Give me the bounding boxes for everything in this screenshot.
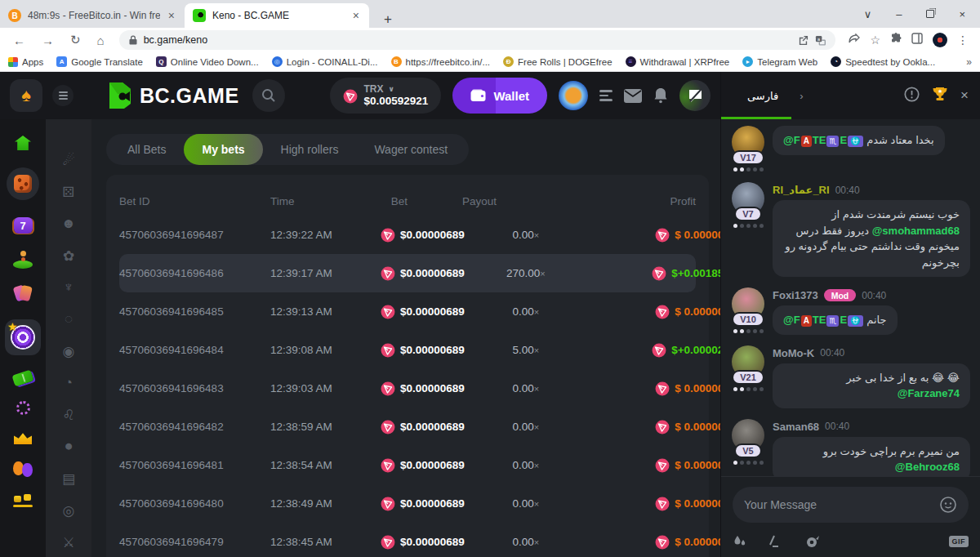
sidebar-item-dotted-ring[interactable] — [16, 401, 30, 415]
cards-icon[interactable]: ▤ — [62, 470, 75, 486]
coin-drop-icon[interactable] — [804, 535, 820, 549]
username[interactable]: MoMo-K — [773, 347, 814, 359]
profile-avatar[interactable] — [933, 33, 947, 47]
mention[interactable]: @Behrooz68 — [895, 461, 960, 473]
notifications-bell-icon[interactable] — [653, 87, 668, 104]
chat-close-icon[interactable]: × — [960, 87, 969, 104]
profile-menu-icon[interactable] — [599, 90, 612, 101]
fruit-icon[interactable]: ✿ — [63, 247, 74, 263]
back-icon[interactable]: ← — [7, 33, 32, 47]
bookmark-item[interactable]: Apps — [8, 57, 43, 67]
more-menu-icon[interactable]: ⋮ — [957, 33, 969, 47]
chat-language-tab[interactable]: فارسی — [747, 90, 778, 102]
rain-icon[interactable] — [733, 534, 747, 549]
sidebar-item-player[interactable] — [13, 251, 33, 269]
menu-burger-icon[interactable] — [52, 85, 74, 106]
tab-close-icon[interactable]: × — [351, 9, 361, 22]
window-close-icon[interactable]: × — [959, 8, 965, 20]
table-row[interactable]: 45706036941696479 12:38:45 AM $0.0000068… — [119, 523, 696, 557]
side-panel-icon[interactable] — [911, 33, 923, 47]
sword-icon[interactable]: ⚔ — [62, 534, 74, 550]
trophy-icon[interactable] — [932, 87, 948, 105]
slash-command-icon[interactable] — [768, 535, 783, 548]
username[interactable]: RI_عماد_RI — [773, 184, 830, 196]
egg-icon[interactable]: ◉ — [63, 343, 75, 359]
browser-tab-freebitco[interactable]: B 48m:9s - FreeBitco.in - Win free b × — [0, 3, 185, 28]
wallet-button[interactable]: Wallet — [452, 78, 547, 114]
sidebar-item-slots[interactable]: 7 — [14, 217, 33, 234]
mention[interactable]: @FATE♏E⛎ — [783, 314, 864, 326]
username[interactable]: Foxi1373 — [773, 289, 818, 301]
bets-tab-high-rollers[interactable]: High rollers — [263, 134, 357, 165]
new-tab-button[interactable]: + — [379, 11, 397, 28]
sidebar-item-home[interactable] — [15, 136, 31, 150]
watch-icon[interactable]: ◎ — [63, 502, 75, 518]
url-text[interactable]: bc.game/keno — [144, 34, 792, 46]
bomb-icon[interactable]: ⚫ — [63, 439, 74, 454]
tab-close-icon[interactable]: × — [167, 9, 176, 22]
bookmark-item[interactable]: ◔ Speedtest by Ookla... — [831, 56, 935, 67]
table-row[interactable]: 45706036941696482 12:38:59 AM $0.0000068… — [119, 408, 696, 446]
forward-icon[interactable]: → — [35, 33, 60, 47]
messages-envelope-icon[interactable] — [624, 89, 642, 103]
comet-icon[interactable]: ☄ — [62, 152, 74, 167]
window-chevron-icon[interactable]: ∨ — [864, 8, 872, 20]
currency-selector[interactable]: TRX∨ $0.00592921 — [330, 78, 442, 114]
username[interactable]: Saman68 — [773, 421, 819, 433]
bookmark-item[interactable]: ▸ Telegram Web — [742, 56, 817, 67]
bookmark-item[interactable]: ≡ Withdrawal | XRPfree — [626, 56, 730, 67]
bcgame-logo[interactable]: BC.GAME — [105, 81, 239, 110]
dice-icon[interactable]: ⚄ — [63, 184, 75, 199]
emoji-icon[interactable] — [939, 496, 957, 514]
chat-input-wrap[interactable] — [733, 487, 969, 523]
open-in-new-icon[interactable] — [798, 35, 808, 46]
sidebar-item-keno-target[interactable]: ★ — [5, 319, 41, 355]
reload-icon[interactable]: ↻ — [64, 33, 87, 47]
bookmark-item[interactable]: ◎ Login - COINALL-Di... — [272, 56, 378, 67]
sidebar-item-crown[interactable] — [14, 432, 32, 444]
extensions-icon[interactable] — [890, 33, 902, 47]
joystick-icon[interactable]: ♆ — [64, 279, 74, 295]
lion-icon[interactable]: ♌ — [62, 407, 74, 422]
table-row[interactable]: 45706036941696480 12:38:49 AM $0.0000068… — [119, 484, 696, 523]
address-bar[interactable]: bc.game/keno a — [119, 30, 836, 50]
search-button[interactable] — [252, 79, 285, 112]
browser-tab-keno[interactable]: Keno - BC.GAME × — [185, 3, 369, 28]
window-restore-icon[interactable] — [926, 10, 934, 18]
bookmark-star-icon[interactable]: ☆ — [870, 33, 880, 47]
table-row[interactable]: 45706036941696484 12:39:08 AM $0.0000068… — [119, 331, 696, 369]
chat-rules-icon[interactable] — [904, 87, 920, 105]
bets-tab-my-bets[interactable]: My bets — [184, 134, 262, 165]
gif-button[interactable]: GIF — [949, 536, 969, 547]
translate-icon[interactable]: a — [815, 35, 826, 46]
user-avatar[interactable] — [559, 81, 588, 110]
gorilla-icon[interactable]: ☻ — [61, 216, 76, 231]
chat-toggle-button[interactable] — [679, 80, 710, 111]
bets-tab-wager-contest[interactable]: Wager contest — [356, 134, 466, 165]
bookmark-item[interactable]: Q Online Video Down... — [156, 56, 259, 67]
bets-tab-all-bets[interactable]: All Bets — [109, 134, 184, 165]
cookies-icon[interactable]: ◔ — [65, 375, 73, 390]
sidebar-item-masks[interactable] — [13, 461, 33, 477]
sidebar-item-ticket[interactable] — [13, 372, 33, 384]
table-row[interactable]: 45706036941696481 12:38:54 AM $0.0000068… — [119, 446, 696, 484]
chevron-right-icon[interactable]: › — [800, 90, 803, 102]
dashed-circle-icon[interactable]: ◌ — [65, 311, 73, 327]
table-row[interactable]: 45706036941696486 12:39:17 AM $0.0000068… — [119, 254, 696, 292]
bookmarks-overflow-icon[interactable]: » — [966, 56, 972, 68]
bookmark-item[interactable]: A Google Translate — [56, 56, 143, 67]
mention[interactable]: @Farzane74 — [898, 387, 960, 399]
table-row[interactable]: 45706036941696483 12:39:03 AM $0.0000068… — [119, 369, 696, 408]
share-icon[interactable] — [849, 33, 860, 47]
casino-spade-button[interactable]: ♠ — [10, 79, 42, 112]
mention[interactable]: @FATE♏E⛎ — [783, 134, 864, 146]
mention[interactable]: @smohammad68 — [872, 225, 960, 237]
chat-message-input[interactable] — [744, 498, 933, 511]
bookmark-item[interactable]: B https://freebitco.in/... — [391, 56, 491, 67]
home-icon[interactable]: ⌂ — [91, 33, 111, 47]
sidebar-item-dice[interactable]: › — [7, 167, 39, 200]
sidebar-item-coins[interactable] — [13, 494, 33, 507]
table-row[interactable]: 45706036941696487 12:39:22 AM $0.0000068… — [119, 216, 696, 254]
table-row[interactable]: 45706036941696485 12:39:13 AM $0.0000068… — [119, 292, 696, 331]
window-minimize-icon[interactable]: – — [896, 8, 902, 20]
